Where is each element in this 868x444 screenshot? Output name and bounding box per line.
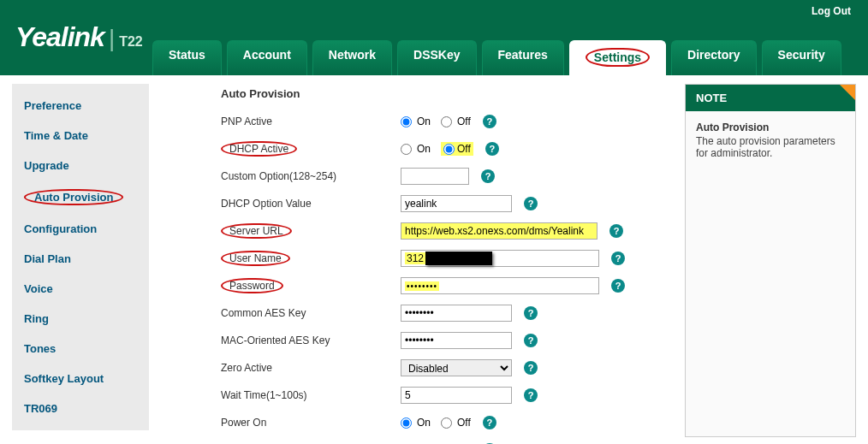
- row-zero-active: Zero Active Disabled ?: [221, 358, 666, 377]
- label-pnp-active: PNP Active: [221, 115, 401, 127]
- label-mac-aes: MAC-Oriented AES Key: [221, 334, 401, 346]
- row-wait-time: Wait Time(1~100s) ?: [221, 386, 666, 405]
- model-label: T22: [119, 34, 143, 50]
- dhcp-option-value-input[interactable]: [401, 195, 512, 212]
- sidebar-item-upgrade[interactable]: Upgrade: [12, 151, 149, 181]
- row-dhcp-active: DHCP Active On Off ?: [221, 139, 666, 158]
- content-area: PreferenceTime & DateUpgradeAuto Provisi…: [0, 75, 868, 444]
- section-title: Auto Provision: [221, 87, 666, 100]
- redacted-mark: [425, 252, 492, 265]
- note-body: Auto Provision The auto provision parame…: [686, 111, 855, 436]
- note-title: Auto Provision: [696, 121, 845, 133]
- tab-security[interactable]: Security: [762, 40, 841, 75]
- label-password: Password: [221, 278, 401, 293]
- tab-network[interactable]: Network: [312, 40, 392, 75]
- row-server-url: Server URL ?: [221, 222, 666, 240]
- sidebar-item-ring[interactable]: Ring: [12, 304, 149, 334]
- tab-status[interactable]: Status: [152, 40, 222, 75]
- row-mac-aes: MAC-Oriented AES Key ?: [221, 331, 666, 350]
- row-dhcp-option-value: DHCP Option Value ?: [221, 194, 666, 213]
- tab-account[interactable]: Account: [227, 40, 307, 75]
- sidebar-item-softkey-layout[interactable]: Softkey Layout: [12, 364, 149, 394]
- help-icon[interactable]: ?: [524, 388, 538, 402]
- main-tabs: StatusAccountNetworkDSSKeyFeaturesSettin…: [152, 40, 841, 75]
- help-icon[interactable]: ?: [611, 279, 625, 293]
- radio-pnp-active[interactable]: On Off ?: [401, 115, 496, 128]
- help-icon[interactable]: ?: [524, 361, 538, 375]
- pnp-off-radio[interactable]: [441, 116, 452, 127]
- row-power-on: Power On On Off ?: [221, 413, 666, 432]
- help-icon[interactable]: ?: [524, 306, 538, 320]
- user-name-input[interactable]: 312: [405, 252, 425, 264]
- label-dhcp-option-value: DHCP Option Value: [221, 198, 401, 210]
- help-icon[interactable]: ?: [524, 334, 538, 347]
- sidebar-item-auto-provision[interactable]: Auto Provision: [12, 181, 149, 214]
- label-dhcp-active: DHCP Active: [221, 141, 401, 157]
- label-custom-option: Custom Option(128~254): [221, 170, 401, 182]
- help-icon[interactable]: ?: [609, 224, 623, 238]
- sidebar-item-configuration[interactable]: Configuration: [12, 214, 149, 244]
- help-icon[interactable]: ?: [483, 416, 496, 429]
- help-icon[interactable]: ?: [485, 142, 499, 156]
- sidebar-item-tr069[interactable]: TR069: [12, 394, 149, 423]
- label-wait-time: Wait Time(1~100s): [221, 389, 401, 401]
- label-zero-active: Zero Active: [221, 362, 401, 374]
- header: Log Out Yealink | T22 StatusAccountNetwo…: [0, 0, 868, 75]
- mac-aes-input[interactable]: [401, 332, 512, 349]
- server-url-input[interactable]: [401, 222, 597, 240]
- power-on-off-radio[interactable]: [441, 417, 452, 429]
- logout-link[interactable]: Log Out: [812, 5, 851, 17]
- dhcp-on-radio[interactable]: [401, 144, 412, 155]
- main-panel: Auto Provision PNP Active On Off ? DHCP …: [161, 84, 673, 444]
- row-pnp-active: PNP Active On Off ?: [221, 112, 666, 131]
- label-user-name: User Name: [221, 251, 401, 266]
- pnp-on-radio[interactable]: [401, 116, 412, 127]
- label-common-aes: Common AES Key: [221, 307, 401, 319]
- brand-logo: Yealink: [15, 21, 104, 53]
- note-panel: NOTE Auto Provision The auto provision p…: [685, 84, 856, 437]
- tab-dsskey[interactable]: DSSKey: [397, 40, 476, 75]
- sidebar-item-time-date[interactable]: Time & Date: [12, 121, 149, 151]
- sidebar-item-tones[interactable]: Tones: [12, 334, 149, 364]
- label-power-on: Power On: [221, 417, 401, 429]
- logo-separator: |: [109, 25, 115, 52]
- tab-settings[interactable]: Settings: [569, 40, 666, 75]
- row-password: Password •••••••• ?: [221, 276, 666, 295]
- row-common-aes: Common AES Key ?: [221, 304, 666, 323]
- sidebar: PreferenceTime & DateUpgradeAuto Provisi…: [12, 84, 149, 430]
- help-icon[interactable]: ?: [481, 169, 495, 183]
- password-input[interactable]: ••••••••: [405, 281, 439, 291]
- dhcp-off-radio[interactable]: [443, 144, 455, 155]
- tab-directory[interactable]: Directory: [671, 40, 756, 75]
- power-on-on-radio[interactable]: [401, 417, 412, 429]
- radio-dhcp-active[interactable]: On Off ?: [401, 142, 499, 156]
- sidebar-item-voice[interactable]: Voice: [12, 274, 149, 304]
- row-custom-option: Custom Option(128~254) ?: [221, 167, 666, 186]
- row-user-name: User Name 312 ?: [221, 249, 666, 268]
- note-heading: NOTE: [686, 85, 855, 111]
- common-aes-input[interactable]: [401, 305, 512, 322]
- label-server-url: Server URL: [221, 223, 401, 239]
- note-text: The auto provision parameters for admini…: [696, 135, 835, 159]
- custom-option-input[interactable]: [401, 168, 469, 185]
- sidebar-item-preference[interactable]: Preference: [12, 91, 149, 121]
- help-icon[interactable]: ?: [611, 252, 625, 265]
- row-repeatedly: Repeatedly On Off ?: [221, 441, 666, 444]
- logo-area: Yealink | T22: [15, 21, 143, 53]
- wait-time-input[interactable]: [401, 387, 512, 404]
- help-icon[interactable]: ?: [524, 197, 538, 210]
- radio-power-on[interactable]: On Off ?: [401, 416, 496, 429]
- tab-features[interactable]: Features: [482, 40, 564, 75]
- zero-active-select[interactable]: Disabled: [401, 359, 512, 376]
- sidebar-item-dial-plan[interactable]: Dial Plan: [12, 244, 149, 274]
- help-icon[interactable]: ?: [483, 115, 496, 128]
